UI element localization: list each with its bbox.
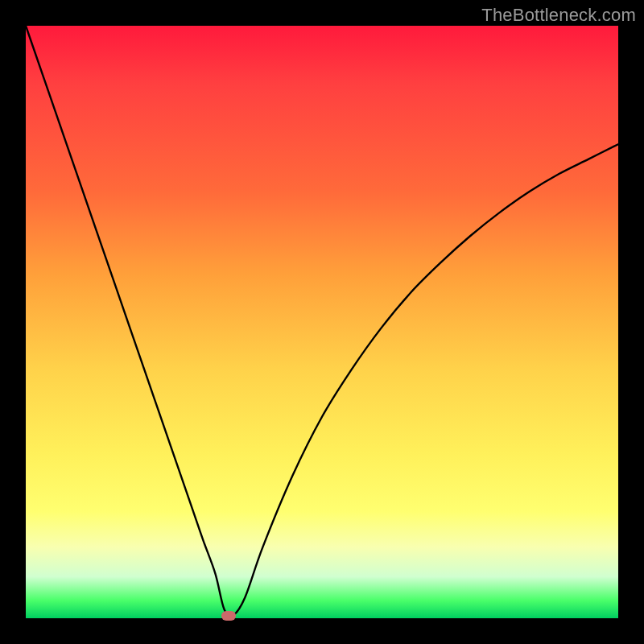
chart-frame: TheBottleneck.com bbox=[0, 0, 644, 644]
plot-area bbox=[26, 26, 618, 618]
curve-svg bbox=[26, 26, 618, 618]
minimum-marker bbox=[221, 611, 236, 621]
bottleneck-curve bbox=[26, 26, 618, 616]
watermark-text: TheBottleneck.com bbox=[481, 5, 636, 26]
